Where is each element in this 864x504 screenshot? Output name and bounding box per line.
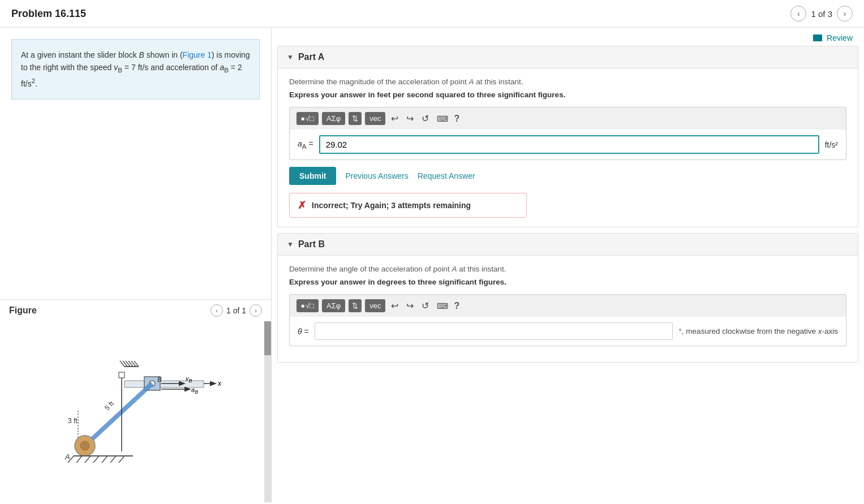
svg-line-27	[110, 456, 116, 463]
figure-title: Figure	[9, 305, 205, 316]
incorrect-icon: ✗	[298, 199, 306, 212]
main-layout: At a given instant the slider block B sh…	[0, 28, 864, 502]
part-a-title: Part A	[298, 52, 325, 62]
part-b-answer-label: θ =	[298, 327, 309, 336]
part-b-answer-row: θ = °, measured clockwise from the negat…	[289, 317, 846, 346]
part-a-collapse-icon: ▼	[287, 53, 294, 61]
figure-next-btn[interactable]: ›	[250, 304, 262, 317]
refresh-btn-a[interactable]: ↺	[419, 112, 431, 125]
svg-line-28	[119, 456, 124, 463]
part-a-answer-row: aA = ft/s²	[289, 130, 846, 160]
part-a-action-row: Submit Previous Answers Request Answer	[289, 167, 846, 185]
figure-prev-btn[interactable]: ‹	[210, 304, 223, 317]
review-icon	[813, 35, 822, 41]
part-b-question: Determine the angle of the acceleration …	[289, 265, 846, 273]
top-bar: Problem 16.115 ‹ 1 of 3 ›	[0, 0, 864, 28]
svg-text:5 ft: 5 ft	[103, 399, 115, 412]
svg-text:B: B	[157, 376, 162, 384]
part-a-answer-label: aA =	[298, 139, 313, 150]
svg-text:3 ft: 3 ft	[68, 417, 78, 425]
nav-controls: ‹ 1 of 3 ›	[790, 6, 853, 21]
part-a-question: Determine the magnitude of the accelerat…	[289, 77, 846, 86]
review-link[interactable]: Review	[813, 33, 853, 42]
svg-line-11	[85, 384, 152, 446]
svg-line-24	[85, 456, 91, 463]
figure-header: Figure ‹ 1 of 1 ›	[0, 300, 271, 321]
svg-rect-19	[119, 372, 124, 378]
matrix-btn-a[interactable]: ■√□	[296, 112, 319, 125]
part-a-feedback: ✗ Incorrect; Try Again; 3 attempts remai…	[289, 193, 527, 218]
svg-text:x: x	[217, 380, 222, 387]
symbol-btn-b[interactable]: ΑΣφ	[322, 299, 345, 312]
prev-problem-btn[interactable]: ‹	[790, 6, 806, 21]
feedback-text: Incorrect; Try Again; 3 attempts remaini…	[312, 201, 471, 210]
problem-title: Problem 16.115	[11, 8, 86, 20]
redo-btn-a[interactable]: ↪	[404, 112, 416, 125]
help-btn-a[interactable]: ?	[454, 114, 459, 124]
svg-line-25	[93, 456, 99, 463]
matrix-btn-b[interactable]: ■√□	[296, 299, 319, 312]
figure-page-indicator: 1 of 1	[226, 306, 246, 315]
keyboard-btn-a[interactable]: ⌨	[435, 113, 450, 124]
part-a-instruction: Express your answer in feet per second s…	[289, 91, 846, 99]
vec-btn-a[interactable]: vec	[365, 112, 385, 125]
part-b-input[interactable]	[315, 322, 673, 340]
part-a-body: Determine the magnitude of the accelerat…	[278, 68, 858, 227]
scrollbar-thumb[interactable]	[264, 321, 271, 355]
figure-section: Figure ‹ 1 of 1 › x	[0, 299, 271, 502]
review-label: Review	[827, 33, 853, 42]
page-indicator: 1 of 3	[811, 9, 832, 19]
part-b-title: Part B	[298, 239, 325, 249]
part-b-instruction: Express your answer in degrees to three …	[289, 278, 846, 286]
part-a-unit: ft/s²	[825, 140, 838, 149]
vec-btn-b[interactable]: vec	[365, 299, 385, 312]
scrollbar-track	[264, 321, 271, 502]
part-b-toolbar: ■√□ ΑΣφ ⇅ vec ↩ ↪ ↺ ⌨ ?	[289, 294, 846, 317]
figure-link[interactable]: Figure 1	[183, 50, 212, 59]
keyboard-btn-b[interactable]: ⌨	[435, 300, 450, 312]
part-b-collapse-icon: ▼	[287, 240, 294, 248]
undo-btn-b[interactable]: ↩	[389, 299, 401, 312]
part-a-input[interactable]	[319, 135, 819, 154]
left-panel: At a given instant the slider block B sh…	[0, 28, 272, 502]
arrow-btn-a[interactable]: ⇅	[349, 112, 362, 125]
figure-nav: ‹ 1 of 1 ›	[210, 304, 262, 317]
svg-line-26	[102, 456, 108, 463]
part-a-prev-answers-link[interactable]: Previous Answers	[345, 171, 408, 180]
part-b-section: ▼ Part B Determine the angle of the acce…	[277, 233, 858, 363]
redo-btn-b[interactable]: ↪	[404, 299, 416, 312]
svg-point-17	[83, 444, 87, 447]
figure-canvas: x B vB aB	[0, 321, 271, 502]
part-b-unit: °, measured clockwise from the negative …	[678, 327, 838, 335]
help-btn-b[interactable]: ?	[454, 301, 459, 311]
figure-svg: x B vB aB	[0, 321, 271, 491]
part-b-header[interactable]: ▼ Part B	[278, 234, 858, 256]
refresh-btn-b[interactable]: ↺	[419, 299, 431, 312]
symbol-btn-a[interactable]: ΑΣφ	[322, 112, 345, 125]
problem-text-box: At a given instant the slider block B sh…	[11, 39, 260, 100]
part-a-submit-btn[interactable]: Submit	[289, 167, 336, 185]
review-link-container: Review	[272, 28, 864, 46]
part-a-toolbar: ■√□ ΑΣφ ⇅ vec ↩ ↪ ↺ ⌨ ?	[289, 107, 846, 130]
part-b-body: Determine the angle of the acceleration …	[278, 256, 858, 362]
part-a-request-answer-link[interactable]: Request Answer	[418, 171, 475, 180]
part-a-header[interactable]: ▼ Part A	[278, 46, 858, 68]
next-problem-btn[interactable]: ›	[837, 6, 853, 21]
undo-btn-a[interactable]: ↩	[389, 112, 401, 125]
svg-line-23	[76, 456, 82, 463]
part-a-section: ▼ Part A Determine the magnitude of the …	[277, 46, 858, 227]
svg-text:A: A	[65, 453, 70, 461]
arrow-btn-b[interactable]: ⇅	[349, 299, 362, 312]
right-panel: Review ▼ Part A Determine the magnitude …	[272, 28, 864, 502]
